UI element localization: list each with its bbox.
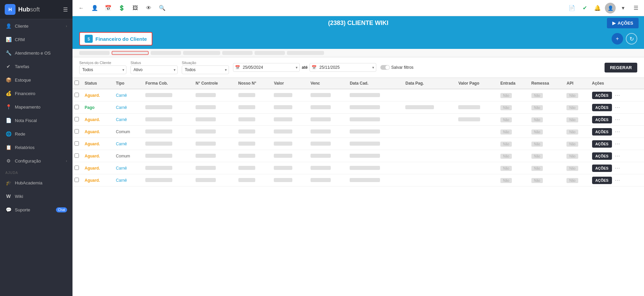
chevron-down-icon[interactable]: ▾ bbox=[618, 3, 628, 13]
filter-save-toggle[interactable]: Salvar filtros bbox=[380, 65, 413, 70]
topbar: ← 👤 📅 💲 🖼 👁 🔍 📄 ✔ 🔔 👤 ▾ ☰ bbox=[72, 0, 644, 16]
filter-status-select[interactable]: Ativo bbox=[130, 65, 178, 74]
image-icon-button[interactable]: 🖼 bbox=[129, 2, 141, 14]
search-icon-button[interactable]: 🔍 bbox=[156, 2, 168, 14]
ellipsis-button[interactable]: ⋯ bbox=[613, 116, 621, 123]
filter-servicos-select[interactable]: Todos bbox=[79, 65, 126, 74]
carne-link[interactable]: Carnê bbox=[116, 166, 127, 171]
row-checkbox[interactable] bbox=[75, 93, 79, 97]
sidebar-item-suporte[interactable]: 💬 Suporte Chat bbox=[0, 203, 72, 216]
rede-icon: 🌐 bbox=[5, 131, 11, 137]
eye-icon-button[interactable]: 👁 bbox=[143, 2, 155, 14]
add-button[interactable]: + bbox=[612, 33, 623, 45]
ellipsis-button[interactable]: ⋯ bbox=[613, 176, 621, 184]
avatar[interactable]: 👤 bbox=[605, 3, 616, 13]
row-checkbox[interactable] bbox=[75, 117, 79, 121]
tab-2[interactable] bbox=[112, 51, 149, 55]
row-status: Aguard. bbox=[83, 162, 114, 174]
filter-date-to[interactable] bbox=[310, 63, 376, 72]
filter-servicos-label: Serviços do Cliente bbox=[79, 61, 126, 65]
col-api: API bbox=[564, 78, 590, 89]
acoes-button[interactable]: AÇÕES bbox=[592, 152, 612, 160]
tab-5[interactable] bbox=[222, 51, 253, 55]
actions-button[interactable]: ▶ AÇÕES bbox=[607, 18, 639, 28]
sidebar-item-financeiro[interactable]: 💰 Financeiro bbox=[0, 87, 72, 100]
pdf-icon-button[interactable]: 📄 bbox=[566, 3, 577, 13]
select-all-checkbox[interactable] bbox=[75, 81, 79, 85]
sidebar-item-crm[interactable]: 📊 CRM bbox=[0, 33, 72, 46]
dollar-icon-button[interactable]: 💲 bbox=[116, 2, 128, 14]
col-valor-pago: Valor Pago bbox=[456, 78, 498, 89]
row-checkbox[interactable] bbox=[75, 178, 79, 182]
row-entrada: Não bbox=[498, 174, 529, 186]
filter-date-from[interactable] bbox=[233, 63, 300, 72]
refresh-button[interactable]: ↻ bbox=[626, 33, 637, 45]
table-row: Aguard. Comum Não Não Não AÇÕES ⋯ bbox=[72, 126, 644, 138]
sidebar-item-wiki[interactable]: W Wiki bbox=[0, 189, 72, 203]
remessa-badge: Não bbox=[531, 117, 543, 122]
row-remessa: Não bbox=[529, 114, 565, 126]
carne-link[interactable]: Carnê bbox=[116, 105, 127, 110]
carne-link[interactable]: Carnê bbox=[116, 117, 127, 122]
sidebar-item-nota-fiscal[interactable]: 📄 Nota Fiscal bbox=[0, 114, 72, 127]
row-venc bbox=[309, 114, 348, 126]
row-n-controle bbox=[194, 126, 236, 138]
sidebar-item-tarefas[interactable]: ✔ Tarefas bbox=[0, 60, 72, 73]
ellipsis-button[interactable]: ⋯ bbox=[613, 152, 621, 160]
menu-lines-icon[interactable]: ☰ bbox=[631, 3, 641, 13]
sidebar-item-configuracao[interactable]: ⚙ Configuração › bbox=[0, 154, 72, 168]
sidebar-item-atendimento[interactable]: 🔧 Atendimento e OS bbox=[0, 46, 72, 60]
tab-7[interactable] bbox=[287, 51, 324, 55]
ellipsis-button[interactable]: ⋯ bbox=[613, 164, 621, 172]
filter-situacao: Situação Todos bbox=[182, 61, 229, 74]
acoes-button[interactable]: AÇÕES bbox=[592, 177, 612, 184]
calendar-icon-button[interactable]: 📅 bbox=[102, 2, 114, 14]
acoes-button[interactable]: AÇÕES bbox=[592, 104, 612, 111]
row-checkbox[interactable] bbox=[75, 153, 79, 158]
row-checkbox[interactable] bbox=[75, 129, 79, 134]
carne-link[interactable]: Carnê bbox=[116, 93, 127, 98]
row-checkbox[interactable] bbox=[75, 105, 79, 109]
tab-4[interactable] bbox=[183, 51, 220, 55]
sidebar-item-estoque[interactable]: 📦 Estoque bbox=[0, 73, 72, 87]
carne-link[interactable]: Carnê bbox=[116, 142, 127, 146]
regerar-button[interactable]: REGERAR bbox=[605, 63, 637, 72]
person-icon-button[interactable]: 👤 bbox=[89, 2, 101, 14]
sidebar-item-mapeamento[interactable]: 📍 Mapeamento bbox=[0, 100, 72, 114]
app-logo-icon: H bbox=[5, 4, 16, 15]
acoes-button[interactable]: AÇÕES bbox=[592, 165, 612, 172]
row-checkbox[interactable] bbox=[75, 141, 79, 146]
save-filters-toggle[interactable] bbox=[380, 65, 390, 70]
row-data-cad bbox=[348, 89, 403, 101]
entrada-badge: Não bbox=[500, 129, 512, 135]
financeiro-section-badge[interactable]: $ Financeiro do Cliente bbox=[79, 32, 152, 46]
col-n-controle: N° Controle bbox=[194, 78, 236, 89]
ellipsis-button[interactable]: ⋯ bbox=[613, 103, 621, 111]
back-button[interactable]: ← bbox=[75, 2, 87, 14]
hamburger-icon[interactable]: ☰ bbox=[63, 6, 68, 13]
row-checkbox[interactable] bbox=[75, 166, 79, 170]
col-entrada: Entrada bbox=[498, 78, 529, 89]
acoes-button[interactable]: AÇÕES bbox=[592, 128, 612, 136]
acoes-button[interactable]: AÇÕES bbox=[592, 140, 612, 148]
acoes-button[interactable]: AÇÕES bbox=[592, 116, 612, 123]
sidebar-item-cliente[interactable]: 👤 Cliente › bbox=[0, 19, 72, 33]
row-checkbox-cell bbox=[72, 150, 83, 162]
sidebar-item-rede[interactable]: 🌐 Rede bbox=[0, 127, 72, 141]
acoes-button[interactable]: AÇÕES bbox=[592, 92, 612, 99]
entrada-badge: Não bbox=[500, 166, 512, 171]
tab-1[interactable] bbox=[79, 51, 110, 55]
row-venc bbox=[309, 174, 348, 186]
ellipsis-button[interactable]: ⋯ bbox=[613, 91, 621, 99]
tab-3[interactable] bbox=[151, 51, 181, 55]
filter-situacao-select[interactable]: Todos bbox=[182, 65, 229, 74]
sidebar-item-hubacademia[interactable]: 🎓 HubAcademia bbox=[0, 176, 72, 189]
carne-link[interactable]: Carnê bbox=[116, 178, 127, 183]
bell-icon-button[interactable]: 🔔 bbox=[592, 3, 603, 13]
ellipsis-button[interactable]: ⋯ bbox=[613, 140, 621, 148]
ellipsis-button[interactable]: ⋯ bbox=[613, 128, 621, 136]
sidebar-item-relatorios[interactable]: 📋 Relatórios bbox=[0, 141, 72, 154]
tab-6[interactable] bbox=[255, 51, 285, 55]
check-icon-button[interactable]: ✔ bbox=[579, 3, 590, 13]
table-body: Aguard. Carnê Não Não Não AÇÕES ⋯ Pago C… bbox=[72, 89, 644, 186]
